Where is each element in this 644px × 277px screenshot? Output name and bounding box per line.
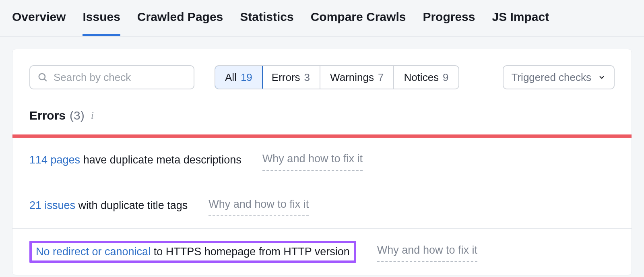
- tab-progress[interactable]: Progress: [423, 10, 475, 36]
- filter-notices-count: 9: [443, 71, 448, 84]
- filter-warnings[interactable]: Warnings 7: [320, 66, 394, 89]
- filter-all-label: All: [225, 71, 237, 84]
- errors-count: (3): [70, 109, 85, 122]
- triggered-checks-dropdown[interactable]: Triggered checks: [503, 65, 615, 89]
- tab-issues[interactable]: Issues: [83, 10, 120, 36]
- toolbar: All 19 Errors 3 Warnings 7 Notices 9 Tri…: [12, 49, 632, 101]
- tab-statistics[interactable]: Statistics: [240, 10, 293, 36]
- filter-errors-count: 3: [304, 71, 310, 84]
- errors-section-head: Errors (3) i: [12, 101, 632, 134]
- tab-crawled-pages[interactable]: Crawled Pages: [137, 10, 223, 36]
- triggered-checks-label: Triggered checks: [512, 71, 591, 84]
- issue-link[interactable]: No redirect or canonical: [36, 246, 151, 258]
- svg-line-1: [44, 79, 47, 81]
- filter-all[interactable]: All 19: [215, 65, 263, 89]
- why-fix-link[interactable]: Why and how to fix it: [377, 241, 477, 262]
- issue-text: 114 pages have duplicate meta descriptio…: [29, 154, 242, 166]
- issue-link[interactable]: 114 pages: [29, 154, 80, 166]
- filter-errors[interactable]: Errors 3: [262, 66, 320, 89]
- issue-link[interactable]: 21 issues: [29, 199, 75, 211]
- filter-segmented: All 19 Errors 3 Warnings 7 Notices 9: [215, 65, 459, 89]
- filter-warnings-label: Warnings: [330, 71, 374, 84]
- tab-nav: Overview Issues Crawled Pages Statistics…: [0, 0, 644, 37]
- search-icon: [37, 72, 48, 83]
- issue-row: 21 issues with duplicate title tags Why …: [12, 183, 632, 229]
- chevron-down-icon: [598, 73, 606, 81]
- search-field[interactable]: [29, 65, 194, 89]
- search-input[interactable]: [54, 71, 186, 84]
- issue-text: 21 issues with duplicate title tags: [29, 199, 188, 212]
- filter-notices[interactable]: Notices 9: [394, 66, 458, 89]
- tab-overview[interactable]: Overview: [12, 10, 66, 36]
- issue-rest: with duplicate title tags: [75, 199, 188, 211]
- issue-rest: have duplicate meta descriptions: [80, 154, 242, 166]
- highlight-box: No redirect or canonical to HTTPS homepa…: [29, 241, 356, 263]
- why-fix-link[interactable]: Why and how to fix it: [262, 150, 363, 171]
- filter-all-count: 19: [241, 71, 252, 84]
- issues-panel: All 19 Errors 3 Warnings 7 Notices 9 Tri…: [12, 49, 632, 275]
- info-icon[interactable]: i: [91, 110, 94, 122]
- issue-row: No redirect or canonical to HTTPS homepa…: [12, 229, 632, 275]
- issue-rest: to HTTPS homepage from HTTP version: [151, 246, 350, 258]
- why-fix-link[interactable]: Why and how to fix it: [208, 195, 309, 216]
- filter-notices-label: Notices: [404, 71, 439, 84]
- svg-point-0: [39, 74, 45, 80]
- filter-warnings-count: 7: [378, 71, 384, 84]
- tab-js-impact[interactable]: JS Impact: [492, 10, 549, 36]
- tab-compare-crawls[interactable]: Compare Crawls: [311, 10, 406, 36]
- errors-divider: [12, 134, 632, 138]
- issue-text: No redirect or canonical to HTTPS homepa…: [36, 246, 350, 258]
- filter-errors-label: Errors: [272, 71, 300, 84]
- issue-row: 114 pages have duplicate meta descriptio…: [12, 138, 632, 183]
- errors-title: Errors: [29, 109, 66, 122]
